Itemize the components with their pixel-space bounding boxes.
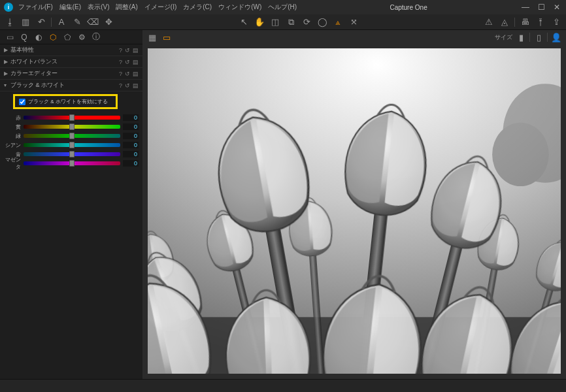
menu-edit[interactable]: 編集(E) [59,3,81,12]
slider-track[interactable] [24,116,120,120]
print-icon[interactable]: 🖶 [519,16,531,28]
viewer-header: ▦ ▭ サイズ ▮ ▯ 👤 [142,30,566,44]
tab-library-icon[interactable]: ▭ [4,31,16,43]
slider-value: 0 [123,123,139,130]
menu-camera[interactable]: カメラ(C) [183,3,212,12]
slider-label: 緑 [4,133,21,140]
panel-coloreditor[interactable]: ▶ カラーエディター ?↺▤ [0,68,142,80]
slider-track[interactable] [24,152,120,156]
image-viewer: ▦ ▭ サイズ ▮ ▯ 👤 [142,30,566,379]
slider-value: 0 [123,133,139,139]
maximize-button[interactable]: ☐ [536,3,546,12]
close-button[interactable]: ✕ [552,3,562,12]
slider-thumb[interactable] [69,133,75,139]
bw-slider-4: 青0 [4,150,139,159]
slider-track[interactable] [24,125,120,129]
adjust-icon[interactable]: ⟁ [332,16,344,28]
panel-label: ブラック & ホワイト [10,81,119,90]
menu-file[interactable]: ファイル(F) [18,3,53,12]
tools-sidebar: ▭ Q ◐ ⬡ ⬠ ⚙ ⓘ ▶ 基本特性 ?↺▤ ▶ ホワイトバランス ?↺▤ … [0,30,142,379]
slider-track[interactable] [24,161,120,165]
panel-whitebalance[interactable]: ▶ ホワイトバランス ?↺▤ [0,56,142,68]
tab-info-icon[interactable]: ⓘ [90,31,102,43]
share-icon[interactable]: ⇪ [550,16,562,28]
brush-icon[interactable]: ✎ [71,16,83,28]
panel-bw[interactable]: ▾ ブラック & ホワイト ?↺▤ [0,80,142,91]
image-canvas[interactable] [148,48,561,374]
import-icon[interactable]: ⭳ [4,16,16,28]
user-icon[interactable]: 👤 [550,31,562,43]
tool3-icon[interactable]: ◫ [269,16,281,28]
menu-view[interactable]: 表示(V) [88,3,109,12]
export-icon[interactable]: ⭱ [535,16,546,28]
undo-icon[interactable]: ↶ [35,16,47,28]
rotate-icon[interactable]: ⟳ [301,16,312,28]
tab-exposure-icon[interactable]: ◐ [33,31,44,43]
help-icon[interactable]: ? [119,82,122,89]
slider-label: 赤 [4,114,21,122]
hand-icon[interactable]: ✋ [254,16,265,28]
dropper-icon[interactable]: ⤧ [348,16,359,28]
crop-icon[interactable]: ⧉ [285,16,297,28]
slider-label: シアン [4,142,21,149]
menu-window[interactable]: ウィンドウ(W) [218,3,261,12]
pointer-icon[interactable]: ↖ [238,16,250,28]
bw-slider-1: 黄0 [4,122,139,131]
slider-thumb[interactable] [69,151,75,157]
slider-track[interactable] [24,134,120,138]
minimize-button[interactable]: — [520,3,531,12]
bw-slider-2: 緑0 [4,131,139,140]
single-view-icon[interactable]: ▭ [161,31,173,43]
copy-icon[interactable]: ▤ [133,59,139,65]
copy-icon[interactable]: ▤ [133,71,139,77]
bw-enable-highlight: ブラック & ホワイトを有効にする [13,94,118,109]
copy-icon[interactable]: ▤ [133,47,139,54]
slider-thumb[interactable] [69,114,75,121]
bw-enable-checkbox[interactable] [19,99,25,105]
slider-value: 0 [123,142,139,148]
text-tool-icon[interactable]: A [56,16,67,28]
tab-lens-icon[interactable]: Q [18,31,30,43]
reset-icon[interactable]: ↺ [125,59,130,65]
cards-icon[interactable]: ▥ [20,16,31,28]
bw-panel-body: ブラック & ホワイトを有効にする 赤0黄0緑0シアン0青0マゼンタ0 [0,91,142,173]
main-menu: ファイル(F) 編集(E) 表示(V) 調整(A) イメージ(I) カメラ(C)… [18,3,297,12]
tab-output-icon[interactable]: ⚙ [76,31,88,43]
slider-label: マゼンタ [4,156,21,171]
panel-label: カラーエディター [10,69,119,78]
reset-icon[interactable]: ↺ [125,82,130,89]
help-icon[interactable]: ? [119,59,122,65]
panel-label: 基本特性 [10,46,119,54]
reset-icon[interactable]: ↺ [125,47,130,54]
menu-help[interactable]: ヘルプ(H) [268,3,297,12]
copy-icon[interactable]: ▤ [133,82,139,89]
help-icon[interactable]: ? [119,71,122,77]
slider-thumb[interactable] [69,123,75,130]
menu-adjust[interactable]: 調整(A) [116,3,137,12]
bw-slider-3: シアン0 [4,140,139,150]
picker-icon[interactable]: ✥ [103,16,114,28]
separator [514,18,515,27]
warning-icon[interactable]: ⚠ [483,16,495,28]
menu-image[interactable]: イメージ(I) [144,3,176,12]
svg-point-2 [492,123,549,186]
slider-thumb[interactable] [69,160,75,167]
slider-track[interactable] [24,143,120,147]
eraser-icon[interactable]: ⌫ [87,16,99,28]
reset-icon[interactable]: ↺ [125,71,130,77]
zoom-user-icon[interactable]: ▮ [515,31,527,43]
tool-tabs: ▭ Q ◐ ⬡ ⬠ ⚙ ⓘ [0,30,142,44]
slider-value: 0 [123,151,139,157]
grid-view-icon[interactable]: ▦ [146,31,158,43]
tab-detail-icon[interactable]: ⬠ [61,31,73,43]
clip-icon[interactable]: ◬ [499,16,510,28]
separator [529,33,530,42]
mask-icon[interactable]: ◯ [316,16,328,28]
panel-basic[interactable]: ▶ 基本特性 ?↺▤ [0,44,142,56]
slider-thumb[interactable] [69,142,75,148]
proof-icon[interactable]: ▯ [533,31,544,43]
status-bar [0,379,566,392]
tab-color-icon[interactable]: ⬡ [47,31,59,43]
bw-slider-0: 赤0 [4,113,139,122]
help-icon[interactable]: ? [119,47,122,54]
